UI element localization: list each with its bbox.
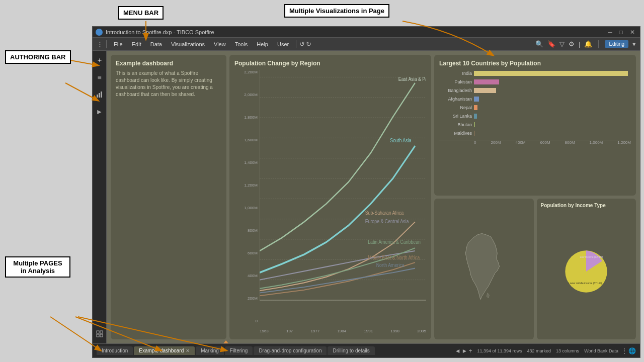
authoring-bar-annotation: AUTHORING BAR — [5, 50, 71, 64]
multiple-viz-annotation: Multiple Visualizations in Page — [284, 4, 389, 18]
menu-bar-annotation: MENU BAR — [118, 6, 164, 20]
multiple-pages-annotation: Multiple PAGES in Analysis — [5, 256, 70, 278]
annotation-arrows — [0, 0, 644, 362]
